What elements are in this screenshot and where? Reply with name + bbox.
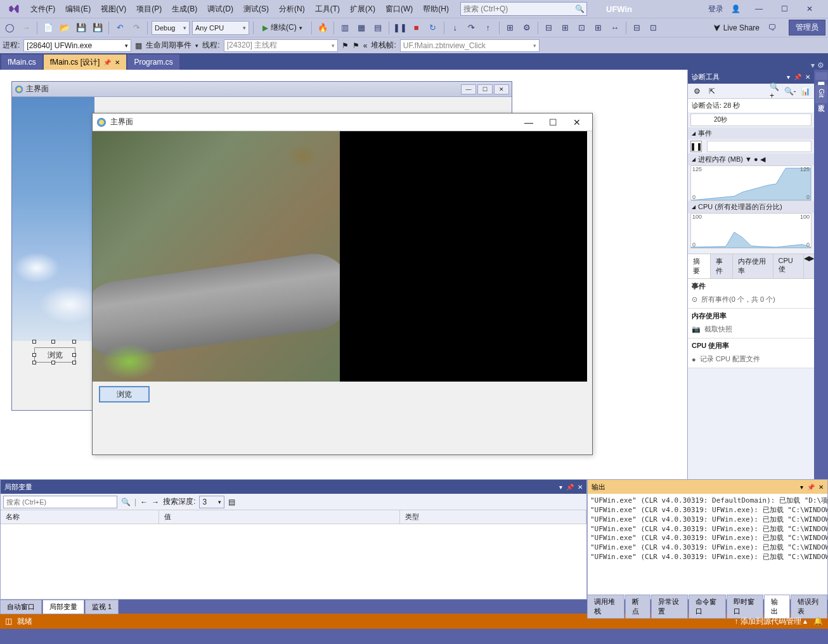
locals-close-icon[interactable]: ✕ <box>578 484 583 491</box>
stop-icon[interactable]: ■ <box>410 21 424 35</box>
diag-pause-icon[interactable]: ❚❚ <box>690 141 702 152</box>
sidebar-tab-solution[interactable]: 解决方案资源管理器 <box>815 72 827 80</box>
tb-icon-3[interactable]: ▤ <box>371 21 385 35</box>
save-icon[interactable]: 💾 <box>74 21 88 35</box>
pin-icon[interactable]: 📌 <box>103 59 111 66</box>
diag-snapshot-link[interactable]: 📷截取快照 <box>692 323 810 335</box>
output-dropdown-icon[interactable]: ▾ <box>800 484 803 491</box>
diag-pin-icon[interactable]: 📌 <box>794 74 801 80</box>
tb-icon-2[interactable]: ▦ <box>354 21 368 35</box>
step-into-icon[interactable]: ↓ <box>448 21 462 35</box>
designer-min-icon[interactable]: — <box>461 84 476 94</box>
sel-handle[interactable] <box>32 353 36 357</box>
designer-close-icon[interactable]: ✕ <box>494 84 509 94</box>
diag-tab-mem[interactable]: 内存使用率 <box>733 254 773 278</box>
btab-watch1[interactable]: 监视 1 <box>85 600 119 614</box>
btab-locals[interactable]: 局部变量 <box>42 600 84 614</box>
menu-help[interactable]: 帮助(H) <box>418 1 454 17</box>
lifecycle-icon[interactable]: ▦ <box>135 41 142 50</box>
tb-align-3[interactable]: ⊡ <box>575 21 589 35</box>
sidebar-tab-git[interactable]: Git 更改 <box>815 85 827 103</box>
menu-tools[interactable]: 工具(T) <box>310 1 345 17</box>
tab-close-icon[interactable]: ✕ <box>115 59 120 66</box>
output-pin-icon[interactable]: 📌 <box>807 484 815 491</box>
btab-errorlist[interactable]: 错误列表 <box>791 595 828 619</box>
open-file-icon[interactable]: 📂 <box>58 21 72 35</box>
btab-output[interactable]: 输出 <box>764 595 789 619</box>
diag-gear-icon[interactable]: ⚙ <box>692 86 702 96</box>
config-combo[interactable]: Debug <box>152 21 190 35</box>
tb-misc-1[interactable]: ⊞ <box>503 21 517 35</box>
flag2-icon[interactable]: ⚑ <box>353 41 359 50</box>
status-source-control[interactable]: ↑ 添加到源代码管理 ▴ <box>734 616 807 627</box>
status-bell-icon[interactable]: 🔔 <box>813 617 823 626</box>
locals-col-name[interactable]: 名称 <box>1 510 159 524</box>
nav-fwd-icon[interactable]: → <box>19 21 33 35</box>
step-over-icon[interactable]: ↷ <box>465 21 479 35</box>
sel-handle[interactable] <box>72 361 76 364</box>
sel-handle[interactable] <box>51 361 55 364</box>
btab-exceptions[interactable]: 异常设置 <box>651 595 689 619</box>
output-close-icon[interactable]: ✕ <box>818 484 824 491</box>
locals-dropdown-icon[interactable]: ▾ <box>559 484 562 491</box>
locals-depth-combo[interactable]: 3▾ <box>199 496 224 508</box>
process-combo[interactable]: [28640] UFWin.exe▾ <box>23 39 131 52</box>
tb-align-6[interactable]: ⊟ <box>630 21 644 35</box>
diag-tab-events[interactable]: 事件 <box>711 254 734 278</box>
menu-file[interactable]: 文件(F) <box>25 1 60 17</box>
designer-max-icon[interactable]: ☐ <box>477 84 493 94</box>
diag-mem-header[interactable]: 进程内存 (MB) ▼ ● ◀ <box>688 153 814 165</box>
menu-project[interactable]: 项目(P) <box>131 1 167 17</box>
hot-reload-icon[interactable]: 🔥 <box>316 21 330 35</box>
save-all-icon[interactable]: 💾 <box>91 21 105 35</box>
btab-autos[interactable]: 自动窗口 <box>0 600 42 614</box>
runapp-browse-button[interactable]: 浏览 <box>99 386 150 402</box>
menu-view[interactable]: 视图(V) <box>96 1 131 17</box>
locals-body[interactable] <box>1 524 586 599</box>
output-text[interactable]: "UFWin.exe" (CLR v4.0.30319: DefaultDoma… <box>588 494 827 599</box>
menu-window[interactable]: 窗口(W) <box>380 1 418 17</box>
diag-timeline[interactable]: 20秒 <box>690 113 812 126</box>
restart-icon[interactable]: ↻ <box>426 21 440 35</box>
runapp-titlebar[interactable]: 主界面 — ☐ ✕ <box>93 113 592 131</box>
diag-chart-icon[interactable]: 📊 <box>800 86 810 96</box>
locals-col-value[interactable]: 值 <box>159 510 400 524</box>
btab-command[interactable]: 命令窗口 <box>689 595 726 619</box>
tabs-gear-icon[interactable]: ⚙ <box>817 61 824 70</box>
diag-tab-cpu[interactable]: CPU 使 <box>773 254 804 278</box>
sel-handle[interactable] <box>72 353 76 357</box>
runapp-max-icon[interactable]: ☐ <box>541 116 564 129</box>
menu-test[interactable]: 测试(S) <box>238 1 274 17</box>
runapp-close-icon[interactable]: ✕ <box>566 116 588 129</box>
pause-icon[interactable]: ❚❚ <box>393 21 407 35</box>
quick-search-input[interactable] <box>463 4 575 13</box>
diag-zoomout-icon[interactable]: 🔍- <box>785 86 795 96</box>
diag-close-icon[interactable]: ✕ <box>805 74 810 80</box>
step-out-icon[interactable]: ↑ <box>481 21 495 35</box>
feedback-icon[interactable]: 🗨 <box>765 21 779 35</box>
live-share-button[interactable]: ⮟ Live Share <box>713 23 760 32</box>
continue-button[interactable]: ▶继续(C)▾ <box>257 21 307 35</box>
redo-icon[interactable]: ↷ <box>129 21 143 35</box>
tb-align-5[interactable]: ↔ <box>608 21 622 35</box>
locals-nav-back-icon[interactable]: ← <box>140 498 148 506</box>
tb-misc-2[interactable]: ⚙ <box>520 21 534 35</box>
diag-cpu-header[interactable]: CPU (所有处理器的百分比) <box>688 201 814 213</box>
diag-tab-right-icon[interactable]: ▶ <box>809 254 814 278</box>
account-icon[interactable]: 👤 <box>731 4 741 13</box>
tab-fmain-design[interactable]: fMain.cs [设计]📌✕ <box>44 55 127 70</box>
diag-events-header[interactable]: 事件 <box>688 127 814 139</box>
flag-icon[interactable]: ⚑ <box>342 41 349 50</box>
undo-icon[interactable]: ↶ <box>113 21 127 35</box>
menu-edit[interactable]: 编辑(E) <box>60 1 96 17</box>
tb-icon-1[interactable]: ▥ <box>338 21 352 35</box>
diag-tab-summary[interactable]: 摘要 <box>688 254 711 278</box>
quick-search[interactable]: 🔍 <box>460 2 587 16</box>
maximize-icon[interactable]: ☐ <box>773 2 795 16</box>
runapp-min-icon[interactable]: — <box>517 116 540 129</box>
new-file-icon[interactable]: 📄 <box>41 21 55 35</box>
btab-callstack[interactable]: 调用堆栈 <box>587 595 624 619</box>
diag-record-cpu-link[interactable]: ●记录 CPU 配置文件 <box>692 353 810 365</box>
locals-search-input[interactable] <box>3 496 117 508</box>
locals-nav-fwd-icon[interactable]: → <box>152 498 159 506</box>
